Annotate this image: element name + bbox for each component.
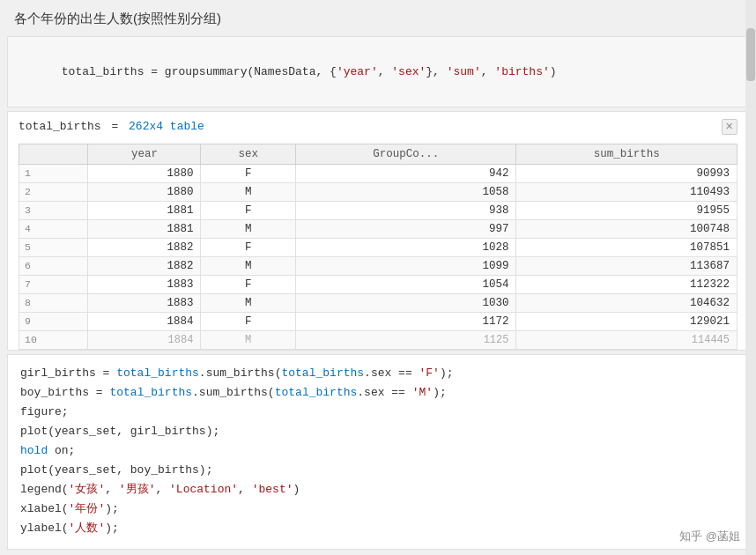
cell-rownum: 9 <box>19 312 88 330</box>
code2-line-3: figure; <box>20 403 736 422</box>
cell-year: 1882 <box>88 256 201 275</box>
cell-sex: F <box>201 238 296 256</box>
cell-rownum: 1 <box>19 164 88 182</box>
cell-groupco: 1125 <box>295 330 515 349</box>
col-header-sum-births: sum_births <box>516 144 737 164</box>
table-row: 10 1884 M 1125 114445 <box>19 330 737 349</box>
table-header-line: total_births = 262x4 table × <box>19 119 737 138</box>
cell-sex: M <box>201 182 296 201</box>
cell-year: 1883 <box>88 275 201 293</box>
cell-sex: M <box>201 330 296 349</box>
col-header-groupco: GroupCo... <box>295 144 515 164</box>
cell-sum-births: 110493 <box>516 182 737 201</box>
cell-rownum: 10 <box>19 330 88 349</box>
cell-sum-births: 112322 <box>516 275 737 293</box>
watermark: 知乎 @菡姐 <box>679 529 740 544</box>
cell-sum-births: 100748 <box>516 219 737 238</box>
cell-groupco: 997 <box>295 219 515 238</box>
cell-groupco: 1099 <box>295 256 515 275</box>
table-row: 1 1880 F 942 90993 <box>19 164 737 182</box>
cell-sum-births: 114445 <box>516 330 737 349</box>
table-row: 7 1883 F 1054 112322 <box>19 275 737 293</box>
cell-rownum: 7 <box>19 275 88 293</box>
code-line-1: total_births = groupsummary(NamesData, {… <box>20 46 736 98</box>
cell-rownum: 8 <box>19 293 88 312</box>
code2-line-4: plot(years_set, girl_births); <box>20 422 736 441</box>
table-row: 3 1881 F 938 91955 <box>19 201 737 219</box>
cell-sex: F <box>201 164 296 182</box>
code-text-1: total_births = groupsummary(NamesData, {… <box>62 65 557 78</box>
cell-sex: F <box>201 201 296 219</box>
cell-year: 1884 <box>88 312 201 330</box>
code2-line-9: ylabel('人数'); <box>20 519 736 538</box>
col-header-sex: sex <box>201 144 296 164</box>
cell-year: 1884 <box>88 330 201 349</box>
page-container: 各个年份的出生人数(按照性别分组) total_births = groupsu… <box>0 0 756 555</box>
cell-sum-births: 91955 <box>516 201 737 219</box>
cell-year: 1881 <box>88 219 201 238</box>
scrollbar[interactable] <box>745 0 756 555</box>
table-close-button[interactable]: × <box>722 119 737 135</box>
cell-sum-births: 107851 <box>516 238 737 256</box>
cell-sex: F <box>201 275 296 293</box>
table-row: 2 1880 M 1058 110493 <box>19 182 737 201</box>
table-row: 5 1882 F 1028 107851 <box>19 238 737 256</box>
cell-groupco: 1030 <box>295 293 515 312</box>
cell-year: 1881 <box>88 201 201 219</box>
data-table: year sex GroupCo... sum_births 1 1880 F … <box>19 144 737 350</box>
col-header-year: year <box>88 144 201 164</box>
cell-sum-births: 104632 <box>516 293 737 312</box>
cell-year: 1882 <box>88 238 201 256</box>
table-dim: 262x4 table <box>129 120 204 133</box>
cell-sum-births: 113687 <box>516 256 737 275</box>
code2-line-1: girl_births = total_births.sum_births(to… <box>20 364 736 383</box>
table-row: 9 1884 F 1172 129021 <box>19 312 737 330</box>
table-row: 6 1882 M 1099 113687 <box>19 256 737 275</box>
table-eq: = <box>105 120 125 133</box>
cell-year: 1883 <box>88 293 201 312</box>
cell-sex: F <box>201 312 296 330</box>
code2-line-7: legend('女孩', '男孩', 'Location', 'best') <box>20 480 736 500</box>
page-title: 各个年份的出生人数(按照性别分组) <box>0 0 756 36</box>
code2-line-5: hold on; <box>20 441 736 461</box>
cell-groupco: 938 <box>295 201 515 219</box>
code2-line-6: plot(years_set, boy_births); <box>20 461 736 480</box>
cell-sex: M <box>201 256 296 275</box>
code2-line-2: boy_births = total_births.sum_births(tot… <box>20 383 736 403</box>
cell-year: 1880 <box>88 182 201 201</box>
cell-groupco: 1172 <box>295 312 515 330</box>
table-var-label: total_births <box>19 120 101 133</box>
cell-groupco: 1028 <box>295 238 515 256</box>
code-block-2: girl_births = total_births.sum_births(to… <box>7 354 749 551</box>
table-row: 8 1883 M 1030 104632 <box>19 293 737 312</box>
cell-rownum: 5 <box>19 238 88 256</box>
cell-sex: M <box>201 293 296 312</box>
code2-line-8: xlabel('年份'); <box>20 500 736 519</box>
cell-sum-births: 129021 <box>516 312 737 330</box>
cell-sex: M <box>201 219 296 238</box>
scrollbar-thumb[interactable] <box>746 28 755 81</box>
cell-year: 1880 <box>88 164 201 182</box>
cell-rownum: 6 <box>19 256 88 275</box>
table-row: 4 1881 M 997 100748 <box>19 219 737 238</box>
cell-rownum: 4 <box>19 219 88 238</box>
cell-rownum: 2 <box>19 182 88 201</box>
table-section: total_births = 262x4 table × year sex Gr… <box>7 111 749 351</box>
code-block-1: total_births = groupsummary(NamesData, {… <box>7 36 749 107</box>
cell-groupco: 1058 <box>295 182 515 201</box>
col-header-rownum <box>19 144 88 164</box>
cell-rownum: 3 <box>19 201 88 219</box>
cell-groupco: 942 <box>295 164 515 182</box>
cell-sum-births: 90993 <box>516 164 737 182</box>
cell-groupco: 1054 <box>295 275 515 293</box>
